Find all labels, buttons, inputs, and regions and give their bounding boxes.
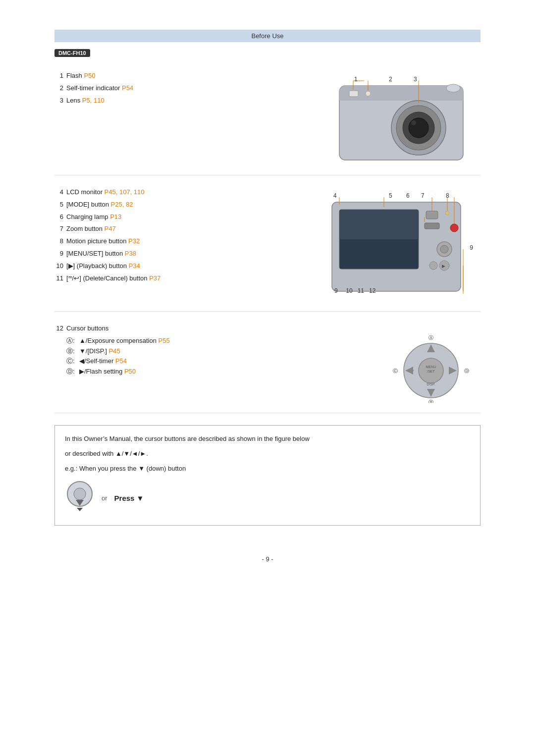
link-cursor-p45[interactable]: P45 (109, 347, 120, 355)
cam-back-num-row: 9 10 11 12 (334, 287, 375, 294)
list-item-9: 9 [MENU/SET] button P38 (54, 249, 312, 259)
svg-rect-20 (425, 223, 439, 229)
cursor-button-image: MENU /SET DISP. ⚡ ⟳ (381, 324, 481, 403)
link-p50[interactable]: P50 (84, 72, 95, 79)
list-item-12: 12 Cursor buttons (54, 324, 372, 334)
cursor-a: Ⓐ: ▲/Exposure compensation P55 (66, 336, 372, 346)
cam-back-num-5: 5 (389, 192, 392, 199)
cam-back-num-6: 6 (406, 192, 410, 199)
camera-front-svg (334, 76, 468, 165)
link-cursor-p55[interactable]: P55 (159, 337, 170, 344)
link-p37[interactable]: P37 (149, 274, 160, 282)
link-p45[interactable]: P45, 107, 110 (105, 188, 145, 196)
list-item-11: 11 [ᵐ/↩] (Delete/Cancel) button P37 (54, 273, 312, 284)
back-camera-image: ▶ (322, 187, 481, 301)
list-item-5: 5 [MODE] button P25, 82 (54, 200, 312, 210)
svg-point-23 (440, 245, 448, 253)
section-front-camera: 1 Flash P50 2 Self-timer indicator P54 3… (54, 71, 481, 175)
cam-num-2: 2 (389, 76, 392, 83)
svg-point-19 (445, 211, 449, 215)
svg-text:/SET: /SET (427, 370, 435, 373)
svg-text:Ⓒ: Ⓒ (393, 368, 398, 374)
or-label: or (102, 493, 107, 504)
link-p5[interactable]: P5, 110 (82, 97, 105, 104)
page-number: - 9 - (54, 555, 481, 563)
svg-point-51 (74, 488, 86, 500)
svg-text:Ⓑ: Ⓑ (428, 399, 433, 403)
link-p47[interactable]: P47 (105, 225, 116, 232)
link-p25[interactable]: P25, 82 (111, 201, 133, 208)
front-camera-image: 1 2 3 (322, 71, 481, 165)
link-cursor-p50[interactable]: P50 (124, 368, 136, 375)
camera-back-svg: ▶ (329, 192, 473, 301)
cam-back-num-7: 7 (421, 192, 425, 199)
cam-back-num-4: 4 (333, 192, 337, 199)
svg-text:Ⓐ: Ⓐ (428, 335, 433, 340)
svg-point-10 (446, 84, 460, 92)
section-back-camera: 4 LCD monitor P45, 107, 110 5 [MODE] but… (54, 187, 481, 312)
info-text-2: or described with ▲/▼/◄/►. (65, 448, 470, 459)
list-item-3: 3 Lens P5, 110 (54, 96, 312, 106)
list-item-6: 6 Charging lamp P13 (54, 212, 312, 222)
cursor-c: Ⓒ: ◀/Self-timer P54 (66, 356, 372, 367)
back-camera-list: 4 LCD monitor P45, 107, 110 5 [MODE] but… (54, 187, 322, 301)
info-text-1: In this Owner’s Manual, the cursor butto… (65, 433, 470, 444)
svg-text:MENU: MENU (426, 365, 436, 369)
list-item-4: 4 LCD monitor P45, 107, 110 (54, 187, 312, 198)
list-item-7: 7 Zoom button P47 (54, 224, 312, 234)
cursor-d: Ⓓ: ▶/Flash setting P50 (66, 367, 372, 377)
cursor-down-icon (65, 479, 95, 517)
section-cursor: 12 Cursor buttons Ⓐ: ▲/Exposure compensa… (54, 324, 481, 413)
cam-back-num-9: 9 (470, 244, 473, 251)
cam-num-1: 1 (354, 76, 358, 83)
link-p38[interactable]: P38 (125, 250, 136, 257)
info-text-3: e.g.: When you press the ▼ (down) button (65, 463, 470, 474)
link-p54[interactable]: P54 (122, 84, 133, 92)
link-p34[interactable]: P34 (129, 262, 140, 270)
cam-back-num-8: 8 (446, 192, 449, 199)
svg-point-26 (429, 262, 437, 270)
svg-point-8 (409, 118, 428, 138)
cursor-pad-svg: MENU /SET DISP. ⚡ ⟳ (386, 333, 476, 403)
svg-text:DISP.: DISP. (427, 382, 435, 386)
front-camera-list: 1 Flash P50 2 Self-timer indicator P54 3… (54, 71, 322, 165)
link-cursor-p54[interactable]: P54 (115, 357, 127, 365)
svg-marker-53 (77, 508, 83, 511)
cursor-sublist: Ⓐ: ▲/Exposure compensation P55 Ⓑ: ▼/[DIS… (66, 336, 372, 377)
section-header-label: Before Use (251, 32, 283, 40)
list-item-1: 1 Flash P50 (54, 71, 312, 81)
svg-text:Ⓓ: Ⓓ (464, 368, 469, 374)
svg-point-4 (366, 91, 371, 96)
link-p13[interactable]: P13 (110, 213, 121, 220)
cursor-list: 12 Cursor buttons Ⓐ: ▲/Exposure compensa… (54, 324, 381, 403)
svg-text:▶: ▶ (442, 264, 445, 269)
svg-point-9 (411, 120, 416, 125)
model-badge: DMC-FH10 (54, 49, 90, 57)
press-label: Press ▼ (114, 492, 144, 505)
cam-num-3: 3 (414, 76, 417, 83)
svg-rect-3 (349, 91, 358, 97)
link-p32[interactable]: P32 (128, 237, 140, 245)
cursor-b: Ⓑ: ▼/[DISP.] P45 (66, 346, 372, 357)
section-header: Before Use (54, 30, 481, 42)
info-box: In this Owner’s Manual, the cursor butto… (54, 425, 481, 526)
press-row: or Press ▼ (65, 479, 470, 517)
list-item-8: 8 Motion picture button P32 (54, 236, 312, 247)
svg-point-21 (450, 224, 458, 232)
svg-rect-17 (339, 210, 419, 239)
list-item-2: 2 Self-timer indicator P54 (54, 83, 312, 94)
svg-rect-18 (426, 211, 438, 219)
list-item-10: 10 [▶] (Playback) button P34 (54, 261, 312, 271)
